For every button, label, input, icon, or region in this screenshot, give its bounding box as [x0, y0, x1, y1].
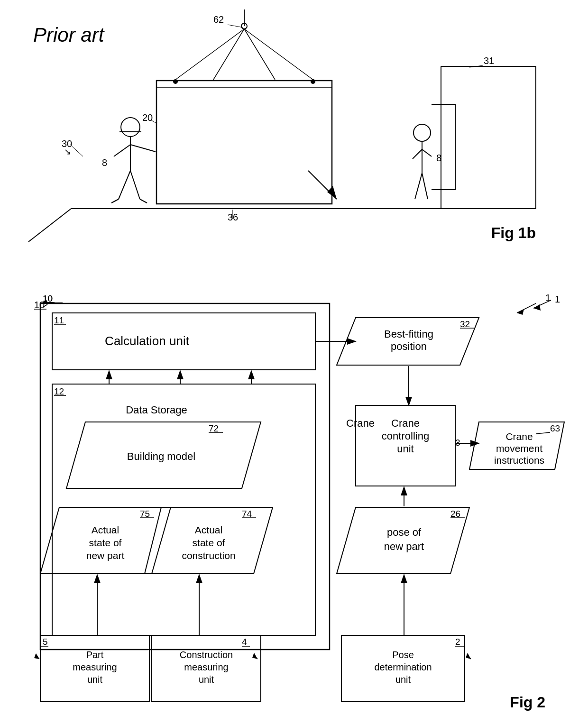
svg-text:unit: unit: [395, 674, 411, 685]
svg-line-26: [140, 199, 147, 203]
svg-text:state of: state of: [193, 537, 225, 548]
svg-line-1: [28, 209, 71, 242]
svg-marker-115: [34, 653, 39, 659]
svg-text:unit: unit: [397, 443, 413, 455]
svg-text:74: 74: [242, 509, 252, 519]
svg-text:20: 20: [142, 112, 153, 123]
svg-text:1: 1: [555, 294, 560, 304]
svg-text:10: 10: [34, 300, 45, 310]
svg-line-22: [114, 145, 130, 156]
svg-text:movement: movement: [496, 443, 542, 454]
svg-text:32: 32: [460, 319, 470, 329]
svg-text:62: 62: [213, 14, 224, 25]
svg-text:8: 8: [102, 157, 107, 168]
svg-rect-6: [156, 81, 332, 204]
svg-line-9: [175, 29, 244, 80]
svg-text:31: 31: [484, 55, 494, 66]
svg-line-24: [130, 171, 140, 199]
svg-line-10: [213, 29, 244, 80]
svg-text:Actual: Actual: [92, 524, 119, 535]
svg-text:pose of: pose of: [387, 526, 422, 538]
svg-text:Actual: Actual: [195, 524, 222, 535]
svg-text:↘: ↘: [64, 147, 71, 156]
svg-text:Crane: Crane: [391, 417, 420, 429]
svg-point-15: [311, 79, 315, 84]
svg-text:unit: unit: [199, 674, 214, 685]
svg-rect-50: [40, 303, 330, 650]
svg-marker-131: [466, 653, 471, 659]
svg-line-21: [130, 145, 156, 152]
svg-marker-123: [252, 653, 257, 659]
svg-line-29: [413, 149, 422, 159]
svg-text:position: position: [391, 340, 427, 352]
svg-text:Data Storage: Data Storage: [126, 404, 187, 416]
svg-text:Crane: Crane: [505, 431, 533, 442]
svg-line-31: [415, 173, 422, 199]
svg-text:Crane: Crane: [346, 417, 375, 429]
svg-text:72: 72: [209, 423, 219, 433]
svg-point-18: [121, 118, 140, 137]
svg-marker-49: [517, 309, 524, 315]
svg-text:2: 2: [455, 637, 460, 647]
prior-art-section: Prior art Fig 1b: [14, 9, 574, 256]
svg-text:Building model: Building model: [127, 450, 195, 462]
svg-text:36: 36: [228, 212, 238, 222]
svg-text:Construction: Construction: [180, 650, 233, 660]
svg-text:determination: determination: [374, 662, 432, 672]
svg-text:measuring: measuring: [73, 662, 117, 672]
svg-text:new part: new part: [86, 550, 125, 561]
svg-text:instructions: instructions: [494, 455, 544, 466]
svg-text:11: 11: [54, 315, 64, 325]
fig2-section: Fig 2 1 10 10 11 Calculation unit 12 Dat…: [14, 266, 574, 716]
svg-text:measuring: measuring: [184, 662, 228, 672]
fig2-diagram: 1 10 10 11 Calculation unit 12 Data Stor…: [14, 266, 574, 716]
svg-line-100: [536, 432, 550, 434]
svg-text:5: 5: [43, 637, 48, 647]
svg-text:75: 75: [140, 509, 150, 519]
svg-line-30: [422, 149, 432, 156]
svg-text:state of: state of: [89, 537, 122, 548]
svg-text:3: 3: [455, 438, 460, 448]
svg-line-12: [244, 29, 313, 80]
svg-line-32: [422, 173, 428, 199]
svg-text:unit: unit: [87, 674, 103, 685]
svg-text:construction: construction: [182, 550, 235, 561]
svg-point-27: [413, 124, 431, 141]
svg-line-23: [119, 171, 130, 199]
svg-text:Best-fitting: Best-fitting: [384, 328, 433, 340]
svg-text:8: 8: [436, 153, 441, 163]
svg-text:4: 4: [242, 637, 247, 647]
svg-line-11: [244, 29, 275, 80]
svg-text:26: 26: [450, 509, 460, 519]
svg-text:12: 12: [54, 386, 64, 396]
svg-text:63: 63: [550, 423, 560, 433]
svg-text:Part: Part: [86, 650, 104, 660]
svg-text:Pose: Pose: [392, 650, 414, 660]
svg-point-14: [173, 79, 178, 84]
svg-line-38: [70, 145, 83, 156]
svg-text:new part: new part: [384, 541, 424, 552]
svg-text:controlling: controlling: [382, 430, 429, 442]
prior-art-figure: 62 31 30 ↘ 20 8 8 36: [14, 9, 574, 256]
svg-line-25: [111, 199, 119, 203]
svg-text:Calculation unit: Calculation unit: [105, 334, 190, 348]
